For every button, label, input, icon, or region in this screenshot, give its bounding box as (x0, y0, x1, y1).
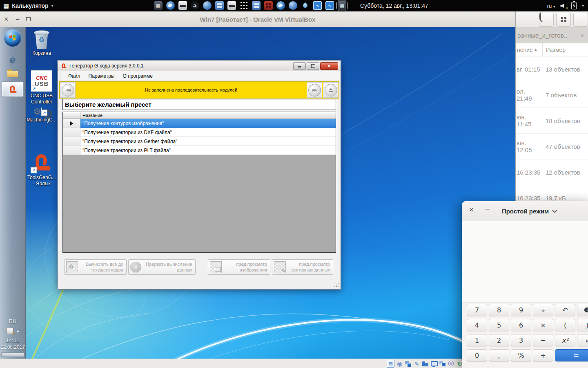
calculator-key[interactable]: 6 (511, 319, 531, 331)
preset-name-cell[interactable]: "Получение траектории из PLT файла" (80, 146, 336, 155)
browser-tray-icon[interactable] (289, 1, 297, 10)
calculator-key[interactable] (577, 304, 588, 316)
file-row[interactable]: вг. 01:15 13 объектов (516, 56, 588, 82)
vbox-optical-status-icon[interactable]: ◉ (396, 360, 403, 367)
calculator-tray-icon[interactable]: ▦ (154, 1, 163, 10)
droplet-tray-icon[interactable] (301, 1, 310, 10)
menu-button[interactable] (573, 13, 588, 27)
calculator-mode-selector[interactable]: Простой режим (462, 201, 588, 221)
scanner-tray-icon[interactable] (178, 1, 187, 10)
calculator-key[interactable]: ( (555, 319, 575, 331)
taskbar-clock-date[interactable]: 12.08.2017 (0, 344, 25, 350)
step-back-tile[interactable]: ◀◀ (60, 82, 76, 98)
preset-name-cell[interactable]: "Получение траектории из Gerber файла" (80, 137, 336, 146)
vbox-sharedfolders-status-icon[interactable] (422, 360, 429, 367)
step-forward-tile[interactable]: ▶▶ (307, 82, 322, 98)
calculator-key[interactable]: 9 (511, 304, 531, 316)
gcode-titlebar[interactable]: Генератор G-кода версия 3.0.0.1 × (58, 61, 341, 72)
calculator-key[interactable]: 2 (489, 334, 509, 346)
vbox-recording-status-icon[interactable] (439, 360, 446, 367)
taskbar-clock-time[interactable]: 14:01 (6, 337, 20, 343)
menu-item[interactable]: О программе (118, 72, 156, 80)
vbox-usb-status-icon[interactable]: ✎ (413, 360, 420, 367)
preview-image-button[interactable]: пред.просмотризображения (208, 259, 270, 275)
column-header-size[interactable]: Размер (542, 43, 588, 56)
battery-icon[interactable]: ↯ (571, 2, 577, 9)
tab-close-icon[interactable]: × (580, 32, 584, 39)
preset-row[interactable]: "Получение траектории из Gerber файла" (63, 137, 336, 146)
mail-tray-icon[interactable] (276, 1, 285, 10)
calculator-key[interactable]: 5 (489, 319, 509, 331)
file-row[interactable]: ол. 21:49 7 объектов (516, 82, 588, 108)
column-header-name[interactable]: Название (80, 112, 336, 119)
search-button[interactable] (539, 13, 554, 27)
scanner-tray-icon[interactable] (227, 1, 236, 10)
a-app-tray-icon[interactable]: a (191, 1, 199, 10)
resize-grip[interactable] (338, 283, 339, 284)
system-monitor-tray-icon[interactable]: ∿ (313, 1, 322, 10)
vbox-features-status-icon[interactable]: Ⓥ (448, 360, 454, 367)
taskbar-item-explorer[interactable] (7, 70, 18, 78)
calculator-display[interactable] (462, 221, 588, 303)
app-grid-tray-icon[interactable] (240, 1, 248, 10)
row-selector-cell[interactable] (63, 146, 80, 155)
tray-warning-icon[interactable] (6, 328, 13, 334)
calculator-key[interactable]: 4 (467, 319, 487, 331)
start-button[interactable] (4, 29, 21, 47)
calculator-key[interactable]: % (511, 349, 531, 361)
language-indicator[interactable]: RU (9, 318, 17, 324)
system-monitor-tray-icon[interactable]: ∿ (325, 1, 334, 10)
calculator-key[interactable]: ) (577, 319, 588, 331)
vbox-network-status-icon[interactable] (405, 360, 412, 367)
calculator-key[interactable]: ÷ (533, 304, 553, 316)
calculator-key[interactable]: − (533, 334, 553, 346)
view-toggle-button[interactable] (556, 13, 571, 27)
column-header-modified[interactable]: нение▲ (516, 47, 542, 53)
file-row[interactable]: юн. 12:05 47 объектов (516, 134, 588, 159)
desktop-icon-toolsgen[interactable]: ToolsGenG... - Ярлык (25, 151, 58, 187)
vbox-harddisk-status-icon[interactable]: ▤ (387, 360, 394, 368)
calculator-key[interactable]: x² (555, 334, 575, 346)
desktop-icon-cnc-usb-controller[interactable]: CNC USB CNC USB Controller (25, 70, 58, 105)
calculator-key[interactable]: + (533, 349, 553, 361)
file-row[interactable]: 16 23:35 12 объектов (516, 159, 588, 185)
calculator-headerbar[interactable]: × – Простой режим (462, 201, 588, 221)
calculator-key[interactable]: ↶ (555, 304, 575, 316)
keyboard-layout-indicator[interactable]: ru ▾ (547, 3, 555, 9)
system-menu-chevron-icon[interactable]: ▾ (582, 4, 584, 8)
calculate-all-button[interactable]: Вычислить всё дотекущего кадра (64, 259, 127, 275)
file-row[interactable]: юн. 11:45 18 объектов (516, 108, 588, 134)
preset-row[interactable]: "Получение траектории из DXF файла" (63, 128, 336, 137)
mail-tray-icon[interactable] (166, 1, 175, 10)
vbox-display-status-icon[interactable] (430, 360, 437, 367)
close-button[interactable]: × (320, 62, 338, 70)
red-panel-tray-icon[interactable] (264, 1, 273, 10)
minimize-button[interactable] (293, 62, 306, 70)
calculator-key[interactable]: √ (577, 334, 588, 346)
desktop-icon-recycle-bin[interactable]: ♻ Корзина (25, 29, 58, 56)
calculator-key[interactable]: 7 (467, 304, 487, 316)
volume-muted-icon[interactable] (560, 3, 566, 8)
clock[interactable]: Суббота, 12 авг., 13:01:47 (360, 0, 428, 11)
row-selector-cell[interactable] (63, 128, 80, 137)
preset-row[interactable]: "Получение траектории из PLT файла" (63, 146, 336, 155)
menu-item[interactable]: Параметры (85, 72, 119, 80)
file-cabinet-tray-icon[interactable] (252, 1, 261, 10)
calculator-key[interactable]: = (555, 349, 588, 361)
preview-vector-button[interactable]: пред.просмотрвекторных данных (272, 259, 333, 275)
file-cabinet-tray-icon[interactable] (215, 1, 224, 10)
preset-name-cell[interactable]: "Получение контуров изображения" (80, 119, 336, 128)
menu-item[interactable]: Файл (64, 72, 85, 80)
app-menu[interactable]: ▦ Калькулятор ▾ (3, 0, 53, 11)
calculator-key[interactable]: 3 (511, 334, 531, 346)
calculator-key[interactable]: × (533, 319, 553, 331)
row-selector-cell[interactable] (63, 119, 80, 128)
calculator-key[interactable]: 1 (467, 334, 487, 346)
show-hidden-icons-arrow[interactable]: ▸ (17, 329, 19, 333)
preset-name-cell[interactable]: "Получение траектории из DXF файла" (80, 128, 336, 137)
desktop-icon-machiningcam[interactable]: ⚙⚙ MachiningC... (25, 108, 58, 123)
show-desktop-button[interactable] (1, 352, 24, 357)
maximize-button[interactable] (307, 62, 319, 70)
taskbar-item-gcode-generator-active[interactable] (2, 81, 24, 97)
calculator-active-tray-icon[interactable]: ▦ (338, 1, 346, 10)
